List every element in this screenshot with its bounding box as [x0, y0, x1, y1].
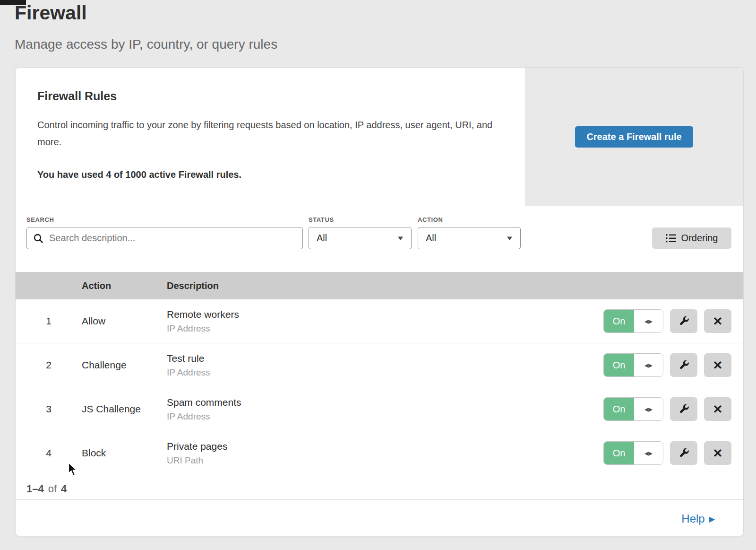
rule-description: Remote workers [167, 309, 603, 320]
rule-action: Block [82, 447, 167, 459]
toggle-on-label[interactable]: On [604, 354, 634, 376]
toggle-arrows-icon[interactable]: ◂▸ [634, 442, 663, 464]
table-row: 2 Challenge Test rule IP Address On ◂▸ ✕ [16, 343, 743, 387]
rule-controls: On ◂▸ ✕ [603, 309, 743, 333]
rule-match-type: IP Address [167, 323, 603, 334]
rule-enabled-toggle[interactable]: On ◂▸ [603, 397, 663, 421]
close-icon: ✕ [713, 446, 723, 460]
edit-rule-button[interactable] [670, 441, 697, 465]
rule-description-cell: Remote workers IP Address [167, 309, 603, 334]
rule-description-cell: Test rule IP Address [167, 353, 603, 378]
rule-description: Spam comments [167, 397, 603, 408]
delete-rule-button[interactable]: ✕ [704, 353, 731, 377]
rule-match-type: IP Address [167, 367, 603, 378]
arrow-right-icon: ▶ [709, 515, 715, 524]
pagination: 1–4 of 4 [26, 479, 67, 499]
rule-priority: 4 [16, 447, 82, 459]
page-title: Firewall [15, 2, 87, 24]
wrench-icon [679, 316, 689, 327]
create-firewall-rule-button[interactable]: Create a Firewall rule [575, 126, 693, 148]
chevron-down-icon: ▼ [396, 235, 405, 242]
card-top-section: Firewall Rules Control incoming traffic … [16, 68, 743, 206]
rule-description: Test rule [167, 353, 603, 364]
chevron-down-icon: ▼ [506, 235, 514, 242]
card-description: Control incoming traffic to your zone by… [37, 116, 493, 150]
wrench-icon [679, 448, 689, 459]
rule-enabled-toggle[interactable]: On ◂▸ [603, 353, 663, 377]
wrench-icon [679, 404, 689, 415]
action-select[interactable]: All ▼ [418, 227, 521, 249]
ordering-button-label: Ordering [681, 233, 718, 244]
delete-rule-button[interactable]: ✕ [704, 441, 731, 465]
search-label: SEARCH [26, 216, 54, 223]
rule-action: Challenge [82, 359, 167, 371]
ordering-button[interactable]: Ordering [652, 227, 731, 249]
action-label: ACTION [418, 216, 443, 223]
description-column-header: Description [167, 280, 743, 291]
close-icon: ✕ [713, 314, 723, 328]
search-icon [33, 233, 43, 244]
toggle-on-label[interactable]: On [604, 398, 634, 420]
table-row: 4 Block Private pages URI Path On ◂▸ ✕ [16, 431, 743, 475]
rules-usage-text: You have used 4 of 1000 active Firewall … [37, 169, 510, 180]
rule-action: Allow [82, 315, 167, 327]
search-box[interactable] [26, 227, 303, 249]
rule-description-cell: Private pages URI Path [167, 441, 603, 466]
filters-bar: SEARCH STATUS ACTION All ▼ All ▼ [16, 206, 743, 272]
card-heading: Firewall Rules [37, 89, 510, 103]
rule-action: JS Challenge [82, 403, 167, 415]
toggle-arrows-icon[interactable]: ◂▸ [634, 398, 663, 420]
edit-rule-button[interactable] [670, 309, 697, 333]
action-column-header: Action [82, 280, 167, 291]
rule-match-type: IP Address [167, 411, 603, 422]
pagination-of: of [48, 483, 57, 495]
toggle-on-label[interactable]: On [604, 310, 634, 332]
rule-description-cell: Spam comments IP Address [167, 397, 603, 422]
delete-rule-button[interactable]: ✕ [704, 309, 731, 333]
status-select-value: All [317, 233, 327, 244]
rule-priority: 1 [16, 315, 82, 327]
rule-controls: On ◂▸ ✕ [603, 353, 743, 377]
card-side-panel: Create a Firewall rule [525, 68, 743, 206]
help-link[interactable]: Help ▶ [681, 512, 715, 525]
toggle-on-label[interactable]: On [604, 442, 634, 464]
rule-description: Private pages [167, 441, 603, 452]
card-footer: Help ▶ [16, 499, 743, 536]
toggle-arrows-icon[interactable]: ◂▸ [634, 354, 663, 376]
edit-rule-button[interactable] [670, 397, 697, 421]
pagination-range: 1–4 [26, 483, 44, 495]
pagination-total: 4 [61, 483, 67, 495]
help-link-label: Help [681, 512, 704, 525]
ordered-list-icon [666, 234, 676, 243]
rule-controls: On ◂▸ ✕ [603, 397, 743, 421]
wrench-icon [679, 360, 689, 371]
status-select[interactable]: All ▼ [309, 227, 412, 249]
rule-enabled-toggle[interactable]: On ◂▸ [603, 309, 663, 333]
toggle-arrows-icon[interactable]: ◂▸ [634, 310, 663, 332]
table-row: 1 Allow Remote workers IP Address On ◂▸ … [16, 299, 743, 343]
page-subtitle: Manage access by IP, country, or query r… [15, 37, 277, 52]
rule-match-type: URI Path [167, 455, 603, 466]
table-row: 3 JS Challenge Spam comments IP Address … [16, 387, 743, 431]
rule-controls: On ◂▸ ✕ [603, 441, 743, 465]
rule-enabled-toggle[interactable]: On ◂▸ [603, 441, 663, 465]
status-label: STATUS [309, 216, 334, 223]
rule-priority: 3 [16, 403, 82, 415]
close-icon: ✕ [713, 358, 723, 372]
rule-priority: 2 [16, 359, 82, 371]
firewall-rules-card: Firewall Rules Control incoming traffic … [16, 68, 743, 536]
delete-rule-button[interactable]: ✕ [704, 397, 731, 421]
action-select-value: All [426, 233, 436, 244]
close-icon: ✕ [713, 402, 723, 416]
rules-table-body: 1 Allow Remote workers IP Address On ◂▸ … [16, 299, 743, 475]
table-header: Action Description [16, 272, 743, 299]
search-input[interactable] [48, 232, 296, 244]
edit-rule-button[interactable] [670, 353, 697, 377]
